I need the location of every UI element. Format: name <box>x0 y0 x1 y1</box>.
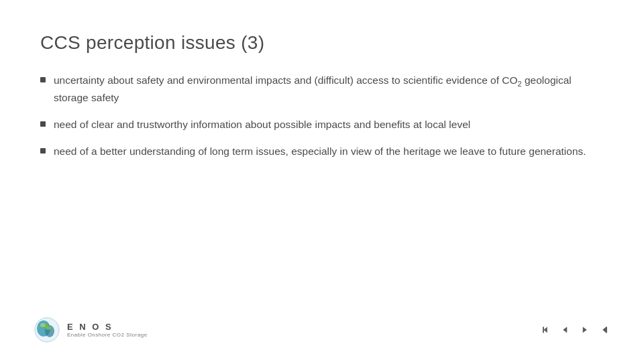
footer: E N O S Enable Onshore CO2 Storage <box>34 316 610 343</box>
bullet-list: uncertainty about safety and environment… <box>40 72 604 160</box>
nav-first-button[interactable] <box>539 322 554 337</box>
svg-marker-9 <box>563 327 567 333</box>
svg-rect-12 <box>606 327 607 333</box>
nav-next-button[interactable] <box>577 322 592 337</box>
svg-marker-7 <box>544 327 547 333</box>
nav-last-button[interactable] <box>596 322 610 337</box>
svg-point-5 <box>40 323 46 327</box>
bullet-text-2: need of clear and trustworthy informatio… <box>54 117 604 133</box>
slide: CCS perception issues (3) uncertainty ab… <box>0 0 644 362</box>
logo-text: E N O S Enable Onshore CO2 Storage <box>67 322 148 338</box>
bullet-marker <box>40 148 46 154</box>
logo-container: E N O S Enable Onshore CO2 Storage <box>34 316 148 343</box>
bullet-marker <box>40 121 46 127</box>
svg-marker-11 <box>602 327 606 333</box>
svg-point-4 <box>46 326 51 330</box>
bullet-marker <box>40 77 46 82</box>
svg-marker-10 <box>583 327 587 333</box>
enos-logo-icon <box>34 316 60 343</box>
bullet-text-3: need of a better understanding of long t… <box>54 143 604 160</box>
bullet-text-1: uncertainty about safety and environment… <box>54 72 604 106</box>
logo-subtitle-label: Enable Onshore CO2 Storage <box>67 332 148 338</box>
list-item: uncertainty about safety and environment… <box>40 72 604 106</box>
logo-enos-label: E N O S <box>67 322 148 332</box>
slide-title: CCS perception issues (3) <box>40 32 604 54</box>
nav-controls[interactable] <box>539 322 610 337</box>
list-item: need of clear and trustworthy informatio… <box>40 117 604 133</box>
list-item: need of a better understanding of long t… <box>40 143 604 160</box>
nav-prev-button[interactable] <box>558 322 573 337</box>
svg-rect-8 <box>543 327 544 333</box>
